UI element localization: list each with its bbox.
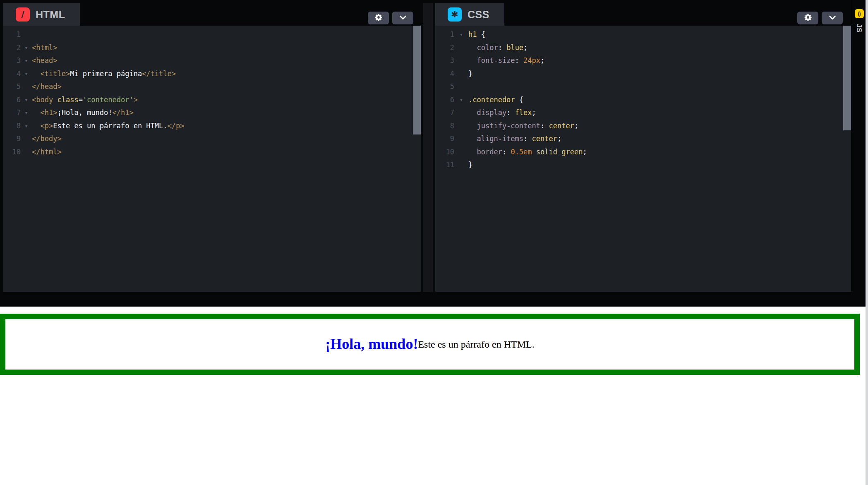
fold-arrow-icon[interactable]: ▾ xyxy=(454,28,468,41)
css-panel-actions xyxy=(797,12,843,24)
fold-spacer xyxy=(21,146,32,159)
code-text: .contenedor { xyxy=(468,94,523,107)
code-line[interactable]: 4} xyxy=(435,67,851,81)
panel-resize-gutter[interactable] xyxy=(423,3,433,292)
chevron-down-icon xyxy=(398,13,408,23)
fold-spacer xyxy=(21,80,32,94)
fold-arrow-icon[interactable]: ▾ xyxy=(21,41,32,55)
code-line[interactable]: 6▾<body class='contenedor'> xyxy=(3,94,421,107)
line-number: 9 xyxy=(3,132,21,146)
gear-icon xyxy=(374,13,383,23)
code-line[interactable]: 2 color: blue; xyxy=(435,41,851,55)
code-line[interactable]: 8 justify-content: center; xyxy=(435,120,851,133)
fold-arrow-icon[interactable]: ▾ xyxy=(21,94,32,107)
html-code-editor[interactable]: 12▾<html>3▾<head>4▾ <title>Mi primera pá… xyxy=(3,26,421,292)
code-text: display: flex; xyxy=(468,106,536,120)
css-panel-header: ✱ CSS xyxy=(435,3,851,26)
code-line[interactable]: 4▾ <title>Mi primera página</title> xyxy=(3,67,421,81)
code-line[interactable]: 1▾h1 { xyxy=(435,28,851,41)
fold-spacer xyxy=(454,106,468,120)
code-line[interactable]: 9</body> xyxy=(3,132,421,146)
code-line[interactable]: 2▾<html> xyxy=(3,41,421,55)
preview-contenedor-box: ¡Hola, mundo! Este es un párrafo en HTML… xyxy=(0,314,860,375)
css-collapse-button[interactable] xyxy=(822,12,843,24)
code-text: } xyxy=(468,67,472,81)
preview-paragraph: Este es un párrafo en HTML. xyxy=(418,339,534,351)
code-text: <p>Este es un párrafo en HTML.</p> xyxy=(32,120,185,133)
fold-arrow-icon[interactable]: ▾ xyxy=(454,94,468,107)
line-number: 10 xyxy=(435,146,454,159)
code-text: <title>Mi primera página</title> xyxy=(32,67,176,81)
code-line[interactable]: 11} xyxy=(435,158,851,172)
line-number: 11 xyxy=(435,158,454,172)
code-text: </body> xyxy=(32,132,62,146)
line-number: 7 xyxy=(3,106,21,120)
fold-arrow-icon[interactable]: ▾ xyxy=(21,120,32,133)
line-number: 3 xyxy=(3,54,21,67)
code-line[interactable]: 3▾<head> xyxy=(3,54,421,67)
code-line[interactable]: 5</head> xyxy=(3,80,421,94)
fold-spacer xyxy=(21,28,32,41)
browser-scrollbar[interactable] xyxy=(866,0,868,485)
line-number: 4 xyxy=(3,67,21,81)
code-line[interactable]: 9 align-items: center; xyxy=(435,132,851,146)
code-line[interactable]: 5 xyxy=(435,80,851,94)
html-panel-actions xyxy=(368,12,413,24)
editors-section: / HTML 12▾<html xyxy=(0,0,868,307)
code-text: align-items: center; xyxy=(468,132,561,146)
fold-spacer xyxy=(454,80,468,94)
code-line[interactable]: 8▾ <p>Este es un párrafo en HTML.</p> xyxy=(3,120,421,133)
code-text: color: blue; xyxy=(468,41,528,55)
code-text: h1 { xyxy=(468,28,485,41)
fold-spacer xyxy=(454,120,468,133)
code-line[interactable]: 7▾ <h1>¡Hola, mundo!</h1> xyxy=(3,106,421,120)
line-number: 1 xyxy=(435,28,454,41)
code-line[interactable]: 1 xyxy=(3,28,421,41)
line-number: 5 xyxy=(3,80,21,94)
fold-spacer xyxy=(454,41,468,55)
html-panel-header: / HTML xyxy=(3,3,421,26)
code-line[interactable]: 6▾.contenedor { xyxy=(435,94,851,107)
line-number: 8 xyxy=(435,120,454,133)
tab-css[interactable]: ✱ CSS xyxy=(435,3,504,26)
fold-spacer xyxy=(454,54,468,67)
css-code-editor[interactable]: 1▾h1 {2 color: blue;3 font-size: 24px;4}… xyxy=(435,26,851,292)
code-line[interactable]: 10 border: 0.5em solid green; xyxy=(435,146,851,159)
line-number: 10 xyxy=(3,146,21,159)
code-text: </html> xyxy=(32,146,62,159)
fold-arrow-icon[interactable]: ▾ xyxy=(21,106,32,120)
tab-html[interactable]: / HTML xyxy=(3,3,80,26)
css-panel: ✱ CSS 1▾h1 {2 xyxy=(435,3,851,292)
code-text: <body class='contenedor'> xyxy=(32,94,138,107)
js-collapsed-panel[interactable]: () JS xyxy=(852,0,866,292)
html-panel: / HTML 12▾<html xyxy=(3,3,421,292)
html-tab-label: HTML xyxy=(36,9,65,21)
codepen-editor-page: / HTML 12▾<html xyxy=(0,0,868,485)
code-text: <html> xyxy=(32,41,57,55)
fold-spacer xyxy=(454,132,468,146)
css-settings-button[interactable] xyxy=(797,12,818,24)
code-text: </head> xyxy=(32,80,62,94)
line-number: 6 xyxy=(3,94,21,107)
js-icon: () xyxy=(855,9,864,18)
code-line[interactable]: 3 font-size: 24px; xyxy=(435,54,851,67)
fold-arrow-icon[interactable]: ▾ xyxy=(21,54,32,67)
fold-arrow-icon[interactable]: ▾ xyxy=(21,67,32,81)
fold-spacer xyxy=(454,158,468,172)
code-text: <head> xyxy=(32,54,57,67)
html-collapse-button[interactable] xyxy=(392,12,413,24)
code-text: border: 0.5em solid green; xyxy=(468,146,587,159)
html-settings-button[interactable] xyxy=(368,12,389,24)
code-line[interactable]: 7 display: flex; xyxy=(435,106,851,120)
css-editor-scrollbar[interactable] xyxy=(843,26,851,130)
line-number: 9 xyxy=(435,132,454,146)
code-line[interactable]: 10</html> xyxy=(3,146,421,159)
html-editor-scrollbar[interactable] xyxy=(413,26,421,134)
line-number: 4 xyxy=(435,67,454,81)
line-number: 2 xyxy=(3,41,21,55)
code-text: <h1>¡Hola, mundo!</h1> xyxy=(32,106,134,120)
js-tab-label: JS xyxy=(855,24,863,33)
line-number: 8 xyxy=(3,120,21,133)
code-text: } xyxy=(468,158,472,172)
gear-icon xyxy=(804,13,812,23)
